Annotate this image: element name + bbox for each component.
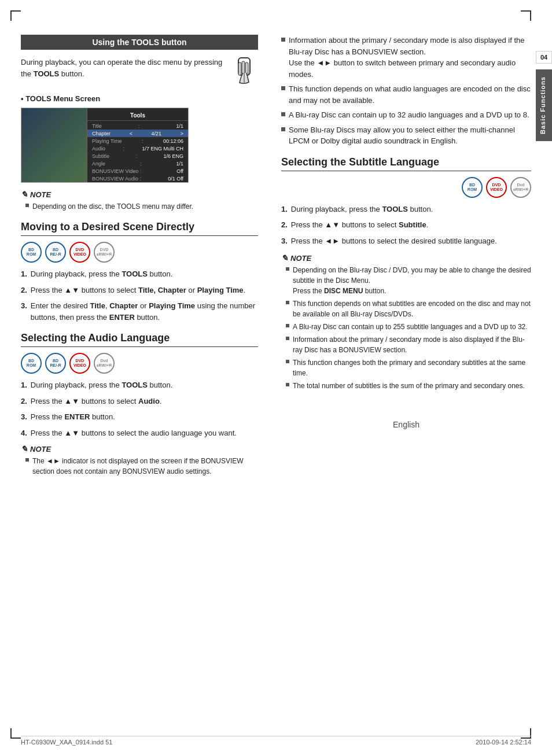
right-bullet-3: A Blu-ray Disc can contain up to 32 audi… xyxy=(281,109,531,121)
section4-steps: 1. During playback, press the TOOLS butt… xyxy=(281,204,531,247)
corner-mark-tl xyxy=(10,10,21,21)
note-bullet-3-4: Information about the primary / secondar… xyxy=(286,334,531,355)
sq-1 xyxy=(281,38,285,42)
note-bullet-sq-1 xyxy=(25,204,29,207)
section3-disc-badges: BDROM BDRE/-R DVDVIDEO Dvd±RW/+R xyxy=(21,353,258,374)
tools-row-audio: Audio:1/7 ENG Multi CH xyxy=(87,145,188,152)
badge-dvd-rw-s4: Dvd±RW/+R xyxy=(510,177,531,198)
step-s3-1: 1. During playback, press the TOOLS butt… xyxy=(21,379,258,391)
tools-overlay: Tools Title:1/1 Chapter<4/21> Playing Ti… xyxy=(87,108,188,182)
intro-text: During playback, you can operate the dis… xyxy=(21,57,225,79)
tools-row-bonusview-audio: BONUSVIEW Audio :0/1 Off xyxy=(87,175,188,182)
step-s3-2: 2. Press the ▲▼ buttons to select Audio. xyxy=(21,396,258,407)
note-bullet-3-5: This function changes both the primary a… xyxy=(286,357,531,378)
note-bullet-sq-3-5 xyxy=(286,360,289,363)
tools-row-title: Title:1/1 xyxy=(87,122,188,130)
left-column: Using the TOOLS button During playback, … xyxy=(21,35,258,482)
content-area: Using the TOOLS button During playback, … xyxy=(21,35,531,482)
tools-row-angle: Angle:1/1 xyxy=(87,160,188,167)
footer-right: 2010-09-14 2:52:14 xyxy=(476,739,531,746)
english-label: English xyxy=(281,397,531,429)
note-bullet-sq-2 xyxy=(25,458,29,462)
sq-4 xyxy=(281,127,285,131)
section3-heading: Selecting the Audio Language xyxy=(21,332,258,347)
tools-row-chapter: Chapter<4/21> xyxy=(87,130,188,137)
note-bullet-3-2: This function depends on what subtitles … xyxy=(286,298,531,319)
note-bullet-1: Depending on the disc, the TOOLS menu ma… xyxy=(25,201,258,212)
sq-2 xyxy=(281,86,285,90)
note-bullet-3-3: A Blu-ray Disc can contain up to 255 sub… xyxy=(286,322,531,332)
footer-left: HT-C6930W_XAA_0914.indd 51 xyxy=(21,739,112,746)
badge-dvd-rw-s2: DVD±RW/+R xyxy=(94,242,115,263)
step-s3-4: 4. Press the ▲▼ buttons to select the au… xyxy=(21,427,258,439)
badge-dvd-video-s2: DVDVIDEO xyxy=(69,242,90,263)
section-title: Using the TOOLS button xyxy=(92,38,186,47)
step-s2-2: 2. Press the ▲▼ buttons to select Title,… xyxy=(21,285,258,296)
svg-rect-1 xyxy=(238,62,241,75)
badge-bd-re-s3: BDRE/-R xyxy=(45,353,66,374)
step-s4-3: 3. Press the ◄► buttons to select the de… xyxy=(281,235,531,247)
note-bullet-sq-3-1 xyxy=(286,267,289,271)
badge-bd-rom-s4: BDROM xyxy=(462,177,483,198)
page-container: 04 Basic Functions Using the TOOLS butto… xyxy=(0,0,552,756)
section4-disc-badges: BDROM DVDVIDEO Dvd±RW/+R xyxy=(281,177,531,198)
tools-row-playing-time: Playing Time:00:12:06 xyxy=(87,137,188,145)
tools-menu-image: Tools Title:1/1 Chapter<4/21> Playing Ti… xyxy=(21,108,189,183)
tab-label: Basic Functions xyxy=(536,69,552,141)
step-s4-2: 2. Press the ▲▼ buttons to select Subtit… xyxy=(281,219,531,231)
step-s4-1: 1. During playback, press the TOOLS butt… xyxy=(281,204,531,215)
section2-heading: Moving to a Desired Scene Directly xyxy=(21,221,258,236)
note-icon-1: ✎ xyxy=(21,190,28,199)
note-bullet-3-1: Depending on the Blu-ray Disc / DVD, you… xyxy=(286,265,531,296)
right-bullet-1: Information about the primary / secondar… xyxy=(281,35,531,80)
note-section-3: ✎ NOTE Depending on the Blu-ray Disc / D… xyxy=(281,253,531,391)
note-bullet-sq-3-4 xyxy=(286,337,289,340)
note-bullet-sq-3-2 xyxy=(286,301,289,304)
tools-row-bonusview-video: BONUSVIEW Video :Off xyxy=(87,167,188,175)
note-icon-2: ✎ xyxy=(21,444,28,453)
step-s3-3: 3. Press the ENTER button. xyxy=(21,411,258,423)
section4-heading: Selecting the Subtitle Language xyxy=(281,156,531,171)
tools-title: Tools xyxy=(87,110,188,121)
note-bullet-2: The ◄► indicator is not displayed on the… xyxy=(25,456,258,477)
note-title-1: ✎ NOTE xyxy=(21,190,258,199)
screen-label: • TOOLS Menu Screen xyxy=(21,94,258,103)
badge-dvd-video-s3: DVDVIDEO xyxy=(69,353,90,374)
note-section-2: ✎ NOTE The ◄► indicator is not displayed… xyxy=(21,444,258,477)
corner-mark-tr xyxy=(521,10,531,21)
tab-number: 04 xyxy=(536,51,552,64)
section3-steps: 1. During playback, press the TOOLS butt… xyxy=(21,379,258,438)
section-title-box: Using the TOOLS button xyxy=(21,35,258,50)
badge-bd-re-s2: BDRE/-R xyxy=(45,242,66,263)
tools-row-picture-setting: Picture Setting xyxy=(87,182,188,183)
right-bullet-2: This function depends on what audio lang… xyxy=(281,83,531,106)
note-icon-3: ✎ xyxy=(281,253,288,263)
corner-mark-bl xyxy=(10,728,21,739)
step-s2-3: 3. Enter the desired Title, Chapter or P… xyxy=(21,300,258,323)
note-bullet-sq-3-6 xyxy=(286,383,289,386)
note-bullet-3-6: The total number of subtitles is the sum… xyxy=(286,381,531,391)
badge-bd-rom-s3: BDROM xyxy=(21,353,42,374)
tools-row-subtitle: Subtitle:1/6 ENG xyxy=(87,152,188,160)
right-bullet-4: Some Blu-ray Discs may allow you to sele… xyxy=(281,124,531,147)
right-bullets-top: Information about the primary / secondar… xyxy=(281,35,531,147)
section2-steps: 1. During playback, press the TOOLS butt… xyxy=(21,268,258,323)
note-section-1: ✎ NOTE Depending on the disc, the TOOLS … xyxy=(21,190,258,212)
remote-icon xyxy=(230,57,258,88)
badge-dvd-rw-s3: Dvd±RW/+R xyxy=(94,353,115,374)
note-title-3: ✎ NOTE xyxy=(281,253,531,263)
step-s2-1: 1. During playback, press the TOOLS butt… xyxy=(21,268,258,280)
note-bullet-sq-3-3 xyxy=(286,324,289,327)
right-column: Information about the primary / secondar… xyxy=(275,35,531,482)
intro-block: During playback, you can operate the dis… xyxy=(21,57,258,88)
badge-dvd-video-s4: DVDVIDEO xyxy=(486,177,507,198)
sq-3 xyxy=(281,112,285,116)
note-title-2: ✎ NOTE xyxy=(21,444,258,453)
page-footer: HT-C6930W_XAA_0914.indd 51 2010-09-14 2:… xyxy=(21,736,531,746)
section2-disc-badges: BDROM BDRE/-R DVDVIDEO DVD±RW/+R xyxy=(21,242,258,263)
badge-bd-rom-s2: BDROM xyxy=(21,242,42,263)
